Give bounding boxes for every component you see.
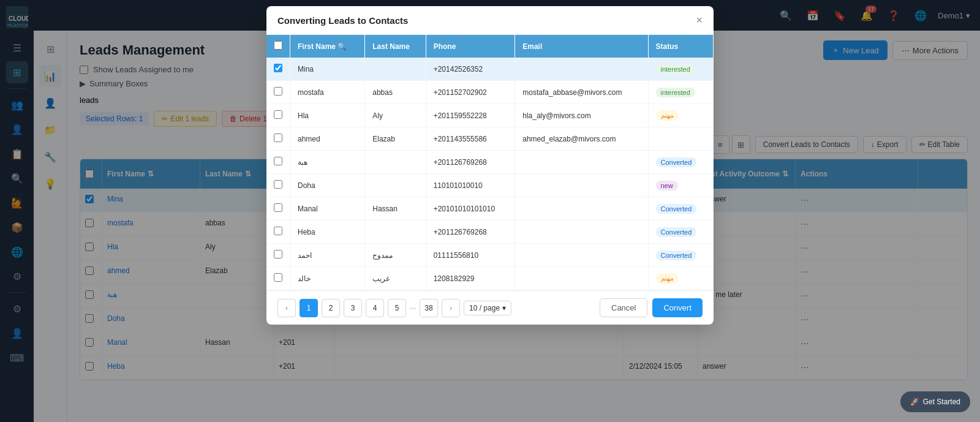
row-checkbox[interactable] (274, 273, 282, 282)
modal-table-row[interactable]: Doha 110101010010 new (266, 174, 714, 197)
footer-actions: Cancel Convert (600, 298, 703, 317)
row-checkbox[interactable] (274, 157, 282, 165)
row-phone: 1208182929 (426, 267, 515, 290)
row-lastname (365, 174, 426, 197)
row-checkbox-cell (266, 267, 290, 290)
modal-th-checkbox (266, 35, 290, 58)
row-phone: +201143555586 (426, 127, 515, 151)
status-badge: Converted (656, 157, 697, 167)
row-checkbox[interactable] (274, 110, 282, 119)
row-status: مهتم (648, 104, 714, 127)
row-checkbox-cell (266, 104, 290, 127)
row-email (515, 267, 648, 290)
row-firstname: ahmed (290, 127, 365, 151)
row-lastname (365, 58, 426, 81)
modal-table-row[interactable]: Mina +20142526352 interested (266, 58, 714, 81)
row-phone: 110101010010 (426, 174, 515, 197)
modal-table-row[interactable]: هبة +201126769268 Converted (266, 151, 714, 174)
page-4-button[interactable]: 4 (366, 299, 384, 317)
row-lastname: Aly (365, 104, 426, 127)
row-checkbox-cell (266, 220, 290, 244)
modal-th-email: Email (515, 35, 648, 58)
row-phone: +201152702902 (426, 81, 515, 104)
row-checkbox-cell (266, 81, 290, 104)
row-firstname: خالد (290, 267, 365, 290)
row-checkbox-cell (266, 197, 290, 220)
modal-select-all[interactable] (274, 41, 282, 50)
status-badge: Converted (656, 227, 697, 237)
row-status: Converted (648, 197, 714, 220)
row-checkbox-cell (266, 151, 290, 174)
row-status: interested (648, 81, 714, 104)
row-status: interested (648, 58, 714, 81)
modal-th-phone: Phone (426, 35, 515, 58)
modal-search-icon[interactable]: 🔍 (337, 42, 347, 51)
row-email (515, 174, 648, 197)
row-checkbox-cell (266, 244, 290, 267)
modal-table-row[interactable]: خالد غريب 1208182929 مهتم (266, 267, 714, 290)
row-email (515, 197, 648, 220)
row-checkbox-cell (266, 174, 290, 197)
row-status: new (648, 174, 714, 197)
row-firstname: Doha (290, 174, 365, 197)
modal-table-row[interactable]: ahmed Elazab +201143555586 ahmed_elazab@… (266, 127, 714, 151)
status-badge: interested (656, 64, 695, 74)
row-phone: 01111556810 (426, 244, 515, 267)
modal-th-status: Status (648, 35, 714, 58)
status-badge: Converted (656, 251, 697, 260)
row-firstname: Heba (290, 220, 365, 244)
row-status: Converted (648, 151, 714, 174)
get-started-button[interactable]: 🚀 Get Started (900, 391, 970, 412)
modal-table-row[interactable]: Heba +201126769268 Converted (266, 220, 714, 244)
convert-leads-modal: Converting Leads to Contacts × First Nam… (266, 6, 714, 325)
modal-table-row[interactable]: Manal Hassan +20101010101010 Converted (266, 197, 714, 220)
pagination-ellipsis: ··· (410, 304, 416, 312)
pagination: ‹ 1 2 3 4 5 ··· 38 › 10 / page ▾ (277, 299, 600, 317)
row-lastname: Elazab (365, 127, 426, 151)
row-firstname: mostafa (290, 81, 365, 104)
cancel-button[interactable]: Cancel (600, 298, 647, 317)
page-3-button[interactable]: 3 (344, 299, 362, 317)
row-status (648, 127, 714, 151)
chevron-down-icon-2: ▾ (502, 304, 506, 312)
modal-th-lastname: Last Name (365, 35, 426, 58)
page-2-button[interactable]: 2 (322, 299, 340, 317)
modal-overlay: Converting Leads to Contacts × First Nam… (0, 0, 980, 422)
status-badge: Converted (656, 204, 697, 214)
convert-button[interactable]: Convert (652, 298, 703, 317)
row-status: Converted (648, 220, 714, 244)
row-checkbox-cell (266, 127, 290, 151)
row-checkbox[interactable] (274, 250, 282, 258)
next-page-button[interactable]: › (442, 299, 460, 317)
row-checkbox[interactable] (274, 134, 282, 142)
per-page-select[interactable]: 10 / page ▾ (464, 301, 511, 315)
modal-table-row[interactable]: احمد ممدوح 01111556810 Converted (266, 244, 714, 267)
row-checkbox[interactable] (274, 180, 282, 189)
modal-table-row[interactable]: Hla Aly +201159552228 hla_aly@mivors.com… (266, 104, 714, 127)
row-checkbox[interactable] (274, 64, 282, 72)
row-lastname: ممدوح (365, 244, 426, 267)
status-badge: مهتم (656, 273, 679, 284)
row-email: ahmed_elazab@mivors.com (515, 127, 648, 151)
row-email (515, 151, 648, 174)
last-page-button[interactable]: 38 (420, 299, 438, 317)
row-phone: +201126769268 (426, 220, 515, 244)
row-email: hla_aly@mivors.com (515, 104, 648, 127)
row-firstname: Mina (290, 58, 365, 81)
row-status: مهتم (648, 267, 714, 290)
row-status: Converted (648, 244, 714, 267)
row-email (515, 220, 648, 244)
row-lastname (365, 151, 426, 174)
row-phone: +20142526352 (426, 58, 515, 81)
row-checkbox[interactable] (274, 203, 282, 212)
prev-page-button[interactable]: ‹ (277, 299, 296, 317)
modal-table-row[interactable]: mostafa abbas +201152702902 mostafa_abba… (266, 81, 714, 104)
page-1-button[interactable]: 1 (300, 299, 318, 317)
row-checkbox[interactable] (274, 87, 282, 96)
status-badge: new (656, 181, 678, 190)
modal-body: First Name 🔍 Last Name Phone Email Statu… (266, 35, 714, 290)
modal-table: First Name 🔍 Last Name Phone Email Statu… (266, 35, 714, 290)
page-5-button[interactable]: 5 (388, 299, 406, 317)
row-checkbox[interactable] (274, 227, 282, 235)
modal-close-button[interactable]: × (696, 15, 703, 26)
